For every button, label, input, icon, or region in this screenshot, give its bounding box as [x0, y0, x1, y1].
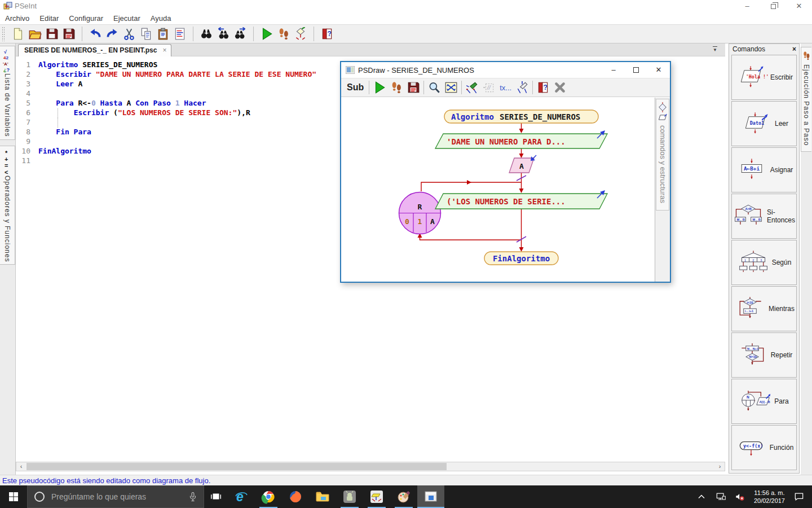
toolbar-find-next-button[interactable] [232, 26, 249, 42]
command-funcion[interactable]: y<-f(x)Función [731, 425, 797, 470]
psdraw-edit-node-button[interactable] [464, 80, 480, 95]
toolbar-new-file-button[interactable] [10, 26, 27, 42]
sidebar-tab-operators[interactable]: * + = < Operadores y Funciones [0, 146, 15, 265]
help-icon: ? [320, 27, 334, 41]
psdraw-minimize-icon[interactable]: – [602, 62, 625, 78]
psdraw-run-step-button[interactable] [388, 80, 405, 95]
volume-muted-icon[interactable] [730, 485, 749, 508]
redo-icon [105, 27, 119, 41]
menu-configurar[interactable]: Configurar [64, 12, 108, 23]
command-label: Si-Entonces [767, 208, 796, 224]
taskbar-ie-button[interactable]: e [228, 485, 255, 508]
horizontal-scrollbar[interactable]: ‹ › [16, 462, 725, 471]
run-step-icon [390, 81, 403, 94]
command-para[interactable]: NA[i]←BPara [731, 379, 797, 424]
psdraw-maximize-icon[interactable] [625, 62, 647, 78]
taskbar-chrome-button[interactable] [255, 485, 282, 508]
line-number: 10 [16, 146, 38, 156]
toolbar-find-button[interactable] [198, 26, 215, 42]
taskbar-psdraw-window-button[interactable] [417, 485, 444, 508]
command-si-entonces[interactable]: A>BM←BM←BSi-Entonces [731, 194, 797, 239]
toolbar-redo-button[interactable] [104, 26, 121, 42]
toolbar-save-file-button[interactable] [43, 26, 60, 42]
psdraw-titlebar[interactable]: PSDraw - SERIES_DE_NUMEROS – ✕ [341, 62, 670, 78]
flow-for-loop-node[interactable]: R 0 1 A [399, 192, 441, 234]
clock[interactable]: 11:56 a. m. 20/02/2017 [749, 489, 789, 505]
toolbar-copy-button[interactable] [138, 26, 155, 42]
psdraw-delete-node-button[interactable] [514, 80, 531, 95]
commands-close-icon[interactable]: × [792, 45, 796, 53]
scrollbar-thumb[interactable] [27, 463, 447, 470]
taskbar-firefox-button[interactable] [282, 485, 309, 508]
command-escribir[interactable]: 'Hola !'Escribir [731, 55, 797, 100]
toolbar-separator [423, 81, 424, 94]
tab-close-icon[interactable]: × [162, 46, 166, 54]
psdraw-text-tool-button[interactable]: tx... [497, 84, 514, 92]
command-repetir[interactable]: N←N+1N=10Repetir [731, 332, 797, 378]
para-icon: NA[i]←B [739, 389, 772, 411]
psdraw-close-tool-button[interactable] [551, 80, 568, 95]
taskbar-explorer-button[interactable] [309, 485, 336, 508]
sidebar-tab-variables[interactable]: √ 42 'A' ¿? Lista de Variables [0, 46, 15, 140]
toolbar-paste-button[interactable] [155, 26, 171, 42]
psdraw-close-icon[interactable]: ✕ [647, 62, 670, 78]
toolbar-save-all-button[interactable] [60, 26, 77, 42]
psdraw-run-button[interactable] [371, 80, 388, 95]
tab-list-dropdown-icon[interactable]: ▼ [713, 46, 717, 52]
taskbar-flow-tool-button[interactable] [363, 485, 390, 508]
psdraw-save-all-button[interactable] [405, 80, 422, 95]
psdraw-window[interactable]: PSDraw - SERIES_DE_NUMEROS – ✕ Sub//tx..… [340, 61, 671, 283]
task-view-button[interactable] [204, 485, 228, 508]
toolbar-cut-button[interactable] [121, 26, 138, 42]
code-text: Algoritmo SERIES_DE_NUMEROS [38, 60, 157, 69]
flow-read-node[interactable]: A [509, 155, 536, 173]
asignar-icon: A←B+i [735, 157, 768, 180]
start-button[interactable] [0, 485, 27, 508]
svg-text:A: A [519, 162, 524, 170]
execution-step-tab[interactable]: Ejecución Paso a Paso [801, 47, 811, 152]
toolbar-open-file-button[interactable] [27, 26, 43, 42]
flow-start-node[interactable]: Algoritmo SERIES_DE_NUMEROS [444, 110, 598, 123]
psdraw-help-button[interactable]: ? [535, 80, 551, 95]
svg-text:('LOS NUMEROS DE SERIE...: ('LOS NUMEROS DE SERIE... [447, 197, 566, 206]
toolbar-separator [253, 27, 254, 41]
command-asignar[interactable]: A←B+iAsignar [731, 147, 797, 192]
flow-end-node[interactable]: FinAlgoritmo [484, 252, 558, 265]
minimize-icon[interactable]: – [734, 0, 760, 12]
toolbar-run-step-button[interactable] [275, 26, 292, 42]
menu-ejecutar[interactable]: Ejecutar [108, 12, 145, 23]
psdraw-comment-disabled-button[interactable]: // [480, 80, 497, 95]
command-label: Función [770, 444, 794, 452]
psdraw-zoom-button[interactable] [426, 80, 443, 95]
psdraw-fit-view-button[interactable] [443, 80, 460, 95]
toolbar-format-code-button[interactable] [171, 26, 188, 42]
scroll-left-icon[interactable]: ‹ [16, 462, 26, 471]
svg-text:√: √ [4, 49, 7, 55]
svg-text://: // [487, 84, 491, 91]
microphone-icon[interactable] [188, 491, 198, 502]
action-center-icon[interactable] [789, 485, 809, 508]
command-segun[interactable]: 123Según [731, 240, 797, 285]
scroll-right-icon[interactable]: › [715, 462, 725, 471]
menu-ayuda[interactable]: Ayuda [145, 12, 176, 23]
toolbar-undo-button[interactable] [87, 26, 104, 42]
toolbar-draw-flowchart-button[interactable] [292, 26, 309, 42]
taskbar-apk-tool-button[interactable] [336, 485, 363, 508]
network-icon[interactable] [711, 485, 730, 508]
toolbar-help-button[interactable]: ? [319, 26, 336, 42]
toolbar-find-prev-button[interactable] [215, 26, 232, 42]
psdraw-sub-button[interactable]: Sub [343, 82, 367, 93]
document-tab[interactable]: SERIES DE NUMEROS_-_ EN PSEINT.psc× [18, 44, 171, 56]
menu-archivo[interactable]: Archivo [0, 12, 34, 23]
command-mientras[interactable]: i<10i←i+1Mientras [731, 286, 797, 331]
flowchart-canvas[interactable]: Algoritmo SERIES_DE_NUMEROS 'DAME UN NUM… [341, 98, 655, 282]
restore-icon[interactable] [760, 0, 786, 12]
menu-editar[interactable]: Editar [34, 12, 64, 23]
close-icon[interactable]: ✕ [786, 0, 812, 12]
psdraw-commands-tab[interactable]: comandos y estructuras [656, 99, 669, 211]
toolbar-run-button[interactable] [258, 26, 275, 42]
cortana-search-box[interactable]: Pregúntame lo que quieras [27, 485, 204, 508]
taskbar-paint-button[interactable] [390, 485, 417, 508]
command-leer[interactable]: Dato1Leer [731, 101, 797, 146]
tray-chevron-icon[interactable] [692, 485, 711, 508]
